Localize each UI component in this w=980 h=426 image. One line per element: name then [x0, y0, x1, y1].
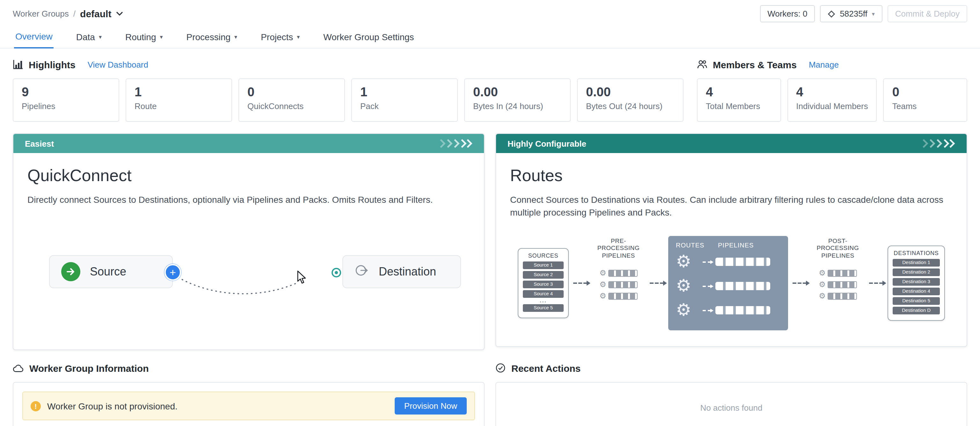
destination-connect-point[interactable] [332, 268, 341, 277]
worker-group-selector[interactable]: default [80, 8, 123, 19]
diagram-pre-processing-label: PRE-PROCESSING PIPELINES [592, 237, 645, 259]
gear-icon: ⚙ [676, 253, 703, 270]
diagram-sources-title: SOURCES [523, 252, 564, 259]
stat-label: Individual Members [796, 102, 868, 111]
stat-value: 1 [135, 85, 223, 100]
members-header: Members & Teams Manage [697, 57, 967, 72]
diagram-pre-processing-group: PRE-PROCESSING PIPELINES ⚙ ⚙ ⚙ [592, 237, 645, 300]
destination-arrow-icon [355, 263, 369, 280]
tab-label: Worker Group Settings [323, 32, 414, 42]
worker-group-icon [13, 363, 24, 373]
tab-worker-group-settings[interactable]: Worker Group Settings [322, 26, 415, 48]
stat-value: 0 [892, 85, 958, 100]
highlights-cards: 9 Pipelines 1 Route 0 QuickConnects 1 Pa… [13, 78, 684, 122]
main-nav-tabs: Overview Data ▾ Routing ▾ Processing ▾ P… [0, 26, 980, 48]
tab-routing[interactable]: Routing ▾ [124, 26, 164, 48]
app-window: Worker Groups / default Workers: 0 58235… [0, 0, 980, 426]
manage-members-link[interactable]: Manage [809, 60, 839, 69]
diagram-source-pill: Source 3 [523, 280, 564, 288]
stat-card-bytes-in[interactable]: 0.00 Bytes In (24 hours) [464, 78, 571, 122]
commit-version-button[interactable]: 58235ff ▾ [820, 5, 882, 22]
stat-value: 4 [796, 85, 868, 100]
worker-group-info-title: Worker Group Information [29, 362, 149, 374]
gear-icon: ⚙ [599, 269, 606, 277]
stat-card-total-members[interactable]: 4 Total Members [697, 78, 781, 122]
stat-card-quickconnects[interactable]: 0 QuickConnects [239, 78, 345, 122]
stat-card-bytes-out[interactable]: 0.00 Bytes Out (24 hours) [577, 78, 684, 122]
diagram-route-row: ⚙ [676, 250, 780, 274]
destination-label: Destination [379, 265, 436, 278]
breadcrumb-separator: / [73, 9, 76, 19]
tab-data[interactable]: Data ▾ [75, 26, 103, 48]
provision-warning-banner: ! Worker Group is not provisioned. Provi… [22, 391, 475, 420]
stat-card-teams[interactable]: 0 Teams [883, 78, 967, 122]
diagram-arrow-icon [703, 261, 711, 262]
diagram-pipeline-icon: ⚙ [599, 292, 638, 300]
check-circle-icon [495, 363, 506, 373]
chevrons-decoration-icon [439, 139, 476, 148]
highlights-title: Highlights [29, 59, 76, 70]
diagram-destination-pill: Destination 1 [892, 259, 940, 266]
diagram-destinations-title: DESTINATIONS [892, 250, 940, 256]
members-section: Members & Teams Manage 4 Total Members 4… [697, 57, 967, 122]
routes-card: Highly Configurable Routes Connect Sourc… [495, 133, 967, 347]
recent-actions-panel: No actions found [495, 382, 967, 426]
stat-card-individual-members[interactable]: 4 Individual Members [787, 78, 877, 122]
stat-value: 0 [247, 85, 336, 100]
tab-processing[interactable]: Processing ▾ [185, 26, 239, 48]
diagram-pipeline-icon: ⚙ [819, 281, 857, 288]
workers-count-button[interactable]: Workers: 0 [760, 5, 815, 22]
source-arrow-icon [61, 262, 80, 281]
highlights-icon [13, 59, 23, 70]
tab-overview[interactable]: Overview [14, 26, 54, 48]
provision-now-button[interactable]: Provision Now [395, 397, 467, 415]
gear-icon: ⚙ [819, 281, 826, 288]
worker-group-info-header: Worker Group Information [13, 360, 485, 376]
recent-actions-title: Recent Actions [511, 362, 581, 374]
recent-actions-section: Recent Actions No actions found [495, 360, 967, 426]
diagram-arrow-icon [703, 285, 711, 287]
stat-label: Pipelines [22, 102, 110, 111]
diagram-sources-box: SOURCES Source 1 Source 2 Source 3 Sourc… [518, 248, 569, 318]
stat-value: 1 [360, 85, 449, 100]
worker-group-name: default [80, 8, 111, 19]
diagram-destination-pill: Destination 4 [892, 287, 940, 295]
diagram-destinations-box: DESTINATIONS Destination 1 Destination 2… [888, 245, 945, 321]
destination-button[interactable]: Destination [342, 255, 461, 288]
gear-icon: ⚙ [599, 292, 606, 300]
pipeline-bar-icon [608, 269, 638, 277]
chevron-down-icon [116, 11, 123, 16]
recent-actions-empty-text: No actions found [700, 403, 762, 412]
tab-projects[interactable]: Projects ▾ [259, 26, 301, 48]
diagram-routes-label: ROUTES [676, 242, 718, 248]
tab-label: Processing [186, 32, 231, 42]
diagram-pipeline-icon: ⚙ [599, 269, 638, 277]
main-content: Highlights View Dashboard 9 Pipelines 1 … [0, 48, 980, 426]
stat-card-pipelines[interactable]: 9 Pipelines [13, 78, 119, 122]
topbar: Worker Groups / default Workers: 0 58235… [0, 0, 980, 24]
quickconnect-description: Directly connect Sources to Destinations… [27, 193, 470, 206]
diagram-source-pill: Source 2 [523, 271, 564, 278]
add-connection-button[interactable]: + [164, 264, 181, 281]
stat-card-routes[interactable]: 1 Route [126, 78, 232, 122]
caret-down-icon: ▾ [297, 33, 300, 40]
breadcrumb-worker-groups[interactable]: Worker Groups [13, 9, 69, 19]
source-button[interactable]: Source [49, 255, 173, 288]
stat-label: Route [135, 102, 223, 111]
stat-label: Bytes Out (24 hours) [586, 102, 675, 111]
diagram-arrow-icon [703, 310, 711, 311]
commit-deploy-button[interactable]: Commit & Deploy [888, 5, 967, 22]
gear-icon: ⚙ [819, 292, 826, 300]
mouse-cursor [296, 270, 308, 285]
stat-value: 0.00 [473, 85, 562, 100]
members-title: Members & Teams [713, 59, 797, 70]
gear-icon: ⚙ [676, 277, 703, 295]
warning-icon: ! [30, 401, 41, 411]
stat-card-packs[interactable]: 1 Pack [351, 78, 458, 122]
workers-count-label: Workers: 0 [767, 9, 807, 19]
pipeline-bar-icon [608, 292, 638, 299]
highlights-header: Highlights View Dashboard [13, 57, 684, 72]
view-dashboard-link[interactable]: View Dashboard [88, 60, 148, 69]
provision-warning-text: Worker Group is not provisioned. [47, 401, 178, 411]
diagram-post-processing-label: POST-PROCESSING PIPELINES [811, 237, 865, 259]
